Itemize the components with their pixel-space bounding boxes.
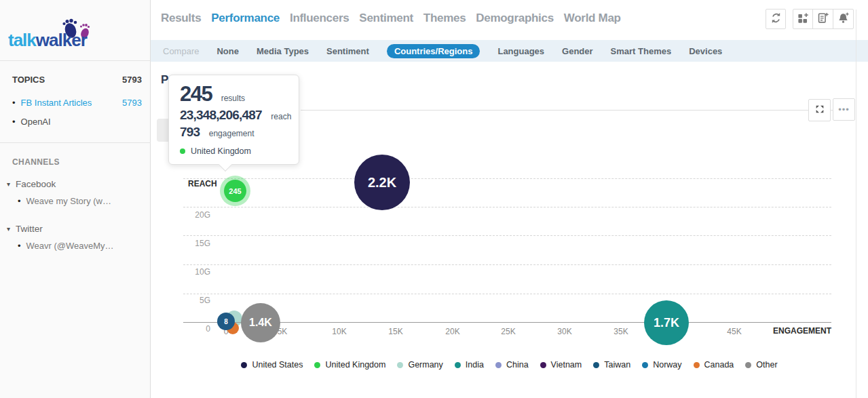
tooltip-reach-label: reach — [271, 112, 291, 121]
top-header: Results Performance Influencers Sentimen… — [151, 0, 868, 40]
tooltip-results-label: results — [221, 94, 245, 103]
legend-dot-icon — [314, 362, 320, 368]
sidebar-item-fb-instant-articles[interactable]: • FB Instant Articles 5793 — [12, 98, 142, 108]
sidebar-divider — [0, 142, 151, 143]
x-tick: 35K — [614, 327, 628, 336]
channel-label[interactable]: Facebook — [16, 179, 56, 189]
legend-other[interactable]: Other — [745, 360, 777, 370]
sidebar-item-weave-my-story[interactable]: • Weave my Story (w… — [18, 196, 142, 206]
topics-header: TOPICS 5793 — [12, 75, 142, 85]
subnav-countries-regions[interactable]: Countries/Regions — [387, 44, 480, 58]
y-tick-0: 0 — [170, 324, 210, 334]
bullet-icon: • — [12, 117, 16, 127]
sidebar-item-twitter[interactable]: ▾ Twitter — [7, 224, 142, 234]
bubble-united-kingdom-selected[interactable]: 245 — [224, 180, 246, 202]
sidebar: talkwalker TOPICS 5793 • FB Instant Arti… — [0, 0, 151, 398]
legend-taiwan[interactable]: Taiwan — [593, 360, 630, 370]
main-tabs: Results Performance Influencers Sentimen… — [161, 12, 621, 25]
y-axis-title: REACH — [188, 179, 217, 188]
add-alert-icon — [837, 12, 850, 27]
topic-label[interactable]: FB Instant Articles — [21, 98, 92, 108]
expand-widget-button[interactable] — [808, 99, 831, 121]
legend-united-states[interactable]: United States — [241, 360, 303, 370]
sidebar-item-facebook[interactable]: ▾ Facebook — [7, 179, 142, 189]
legend-germany[interactable]: Germany — [397, 360, 442, 370]
topic-count: 5793 — [122, 98, 142, 108]
bubble-other[interactable]: 1.4K — [241, 303, 280, 342]
y-tick-15g: 15G — [170, 239, 210, 248]
tab-results[interactable]: Results — [161, 12, 201, 25]
legend-dot-icon — [241, 362, 247, 368]
bubble-taiwan[interactable]: 8 — [217, 313, 235, 330]
bullet-icon: • — [18, 196, 21, 206]
sidebar-item-openai[interactable]: • OpenAI — [12, 117, 142, 127]
legend-india[interactable]: India — [455, 360, 484, 370]
chevron-down-icon[interactable]: ▾ — [7, 225, 10, 233]
channel-item-label[interactable]: Weave my Story (w… — [26, 196, 111, 206]
add-report-button[interactable] — [813, 9, 833, 28]
tooltip-country: United Kingdom — [180, 146, 289, 156]
tooltip-pointer — [219, 158, 232, 172]
legend-dot-icon — [397, 362, 403, 368]
add-widget-button[interactable] — [793, 9, 813, 28]
subnav-gender[interactable]: Gender — [562, 46, 593, 56]
subnav-devices[interactable]: Devices — [689, 46, 722, 56]
channel-item-label[interactable]: Weavr (@WeaveMy… — [26, 241, 114, 251]
tab-demographics[interactable]: Demographics — [476, 12, 554, 25]
tab-themes[interactable]: Themes — [423, 12, 466, 25]
subnav-sentiment[interactable]: Sentiment — [326, 46, 369, 56]
sidebar-item-weavr[interactable]: • Weavr (@WeaveMy… — [18, 241, 142, 251]
legend-dot-icon — [745, 362, 751, 368]
performance-widget: P ••• 245 results 23,348,206,487 reach — [151, 62, 868, 398]
gridline — [183, 294, 831, 294]
legend-china[interactable]: China — [495, 360, 529, 370]
channel-label[interactable]: Twitter — [16, 224, 43, 234]
tab-world-map[interactable]: World Map — [564, 12, 621, 25]
legend-canada[interactable]: Canada — [694, 360, 734, 370]
widget-title-partial: P — [161, 73, 168, 87]
gridline — [183, 235, 831, 236]
y-tick-5g: 5G — [170, 296, 210, 305]
tab-performance[interactable]: Performance — [211, 12, 280, 25]
gridline — [183, 178, 831, 179]
legend-dot-icon — [642, 362, 648, 368]
topics-total-count: 5793 — [122, 75, 142, 85]
widget-header-divider — [301, 110, 853, 111]
legend-dot-icon — [495, 362, 502, 368]
logo-wordmark: talkwalker — [8, 30, 87, 51]
bullet-icon: • — [18, 241, 21, 251]
bubble-united-states[interactable]: 2.2K — [354, 155, 410, 210]
bubble-india[interactable]: 1.7K — [644, 300, 689, 345]
header-actions-group — [793, 9, 854, 29]
gridline — [183, 207, 831, 207]
sidebar-divider — [0, 60, 151, 61]
subnav-smart-themes[interactable]: Smart Themes — [611, 46, 672, 56]
tooltip-results-value: 245 — [180, 82, 212, 106]
country-dot-icon — [180, 148, 185, 154]
gridline — [183, 264, 831, 265]
topic-label[interactable]: OpenAI — [21, 117, 51, 127]
x-tick: 10K — [332, 327, 346, 336]
y-tick-10g: 10G — [170, 267, 210, 277]
chevron-down-icon[interactable]: ▾ — [7, 180, 10, 188]
subnav-languages[interactable]: Languages — [497, 46, 544, 56]
tab-sentiment[interactable]: Sentiment — [359, 12, 413, 25]
add-alert-button[interactable] — [833, 9, 853, 28]
refresh-button[interactable] — [766, 9, 786, 29]
subnav-compare[interactable]: Compare — [163, 46, 199, 56]
y-tick-20g: 20G — [170, 210, 210, 220]
channels-header: CHANNELS — [12, 157, 142, 167]
talkwalker-dashboard: talkwalker TOPICS 5793 • FB Instant Arti… — [0, 0, 868, 398]
talkwalker-logo[interactable]: talkwalker — [8, 16, 144, 60]
subnav-media-types[interactable]: Media Types — [257, 46, 309, 56]
legend-vietnam[interactable]: Vietnam — [540, 360, 582, 370]
widget-menu-button[interactable]: ••• — [833, 98, 855, 121]
tab-influencers[interactable]: Influencers — [290, 12, 349, 25]
tooltip-reach-value: 23,348,206,487 — [180, 108, 262, 122]
x-axis-title: ENGAGEMENT — [763, 326, 831, 336]
legend-united-kingdom[interactable]: United Kingdom — [314, 360, 385, 370]
legend-norway[interactable]: Norway — [642, 360, 681, 370]
subnav-none[interactable]: None — [216, 46, 239, 56]
x-tick: 20K — [445, 327, 459, 336]
right-edge-divider — [856, 9, 856, 398]
